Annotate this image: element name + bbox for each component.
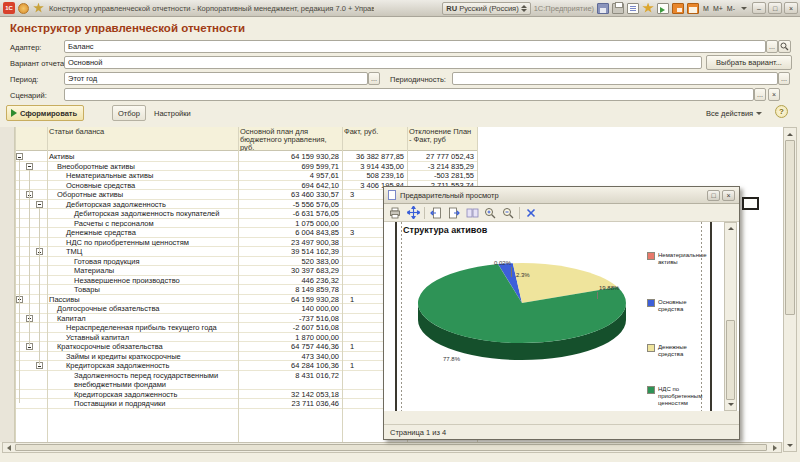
scroll-up-icon[interactable] — [725, 224, 736, 233]
scrollbar-thumb[interactable] — [785, 140, 795, 315]
plan-value: 473 340,00 — [238, 352, 342, 361]
period-input[interactable]: Этот год — [64, 72, 368, 85]
legend-color-swatch — [647, 252, 655, 260]
restore-button[interactable]: □ — [768, 2, 782, 14]
periodicity-input[interactable] — [452, 72, 778, 85]
favorites-star-icon[interactable] — [33, 3, 44, 14]
all-actions-button[interactable]: Все действия — [706, 109, 762, 118]
settings-button[interactable]: Настройки — [154, 109, 191, 118]
scrollbar-thumb[interactable] — [726, 320, 735, 400]
tree-connector-line — [39, 208, 40, 366]
zoom-out-icon[interactable] — [501, 206, 515, 220]
column-header[interactable]: Факт, руб. — [342, 127, 406, 151]
language-code: RU — [446, 4, 457, 13]
window-buttons: –□× — [752, 2, 798, 14]
chevron-down-icon[interactable] — [741, 7, 747, 10]
column-header[interactable]: Статьи баланса — [47, 127, 237, 151]
zoom-in-icon[interactable] — [483, 206, 497, 220]
plan-value: -2 607 516,08 — [238, 323, 342, 332]
collapse-toggle-icon[interactable] — [36, 201, 43, 208]
scenario-clear-icon[interactable]: × — [768, 88, 780, 101]
row-label: Незавершенное производство — [47, 276, 238, 285]
minimize-button[interactable]: – — [752, 2, 766, 14]
row-label: Активы — [47, 152, 238, 161]
row-label: Оборотные активы — [47, 190, 238, 199]
row-label: Товары — [47, 285, 238, 294]
period-select-button[interactable]: ... — [368, 72, 380, 85]
language-name: Русский (Россия) — [459, 4, 519, 13]
maximize-button[interactable]: □ — [707, 190, 720, 201]
plan-value: 1 075 000,00 — [238, 219, 342, 228]
plan-value: 30 397 683,29 — [238, 266, 342, 275]
row-label: Внеоборотные активы — [47, 162, 238, 171]
adapter-input[interactable]: Баланс — [64, 40, 766, 53]
main-vertical-scrollbar[interactable] — [783, 127, 797, 452]
generate-button[interactable]: Сформировать — [6, 105, 84, 121]
memory-button[interactable]: M+ — [712, 5, 724, 12]
close-preview-icon[interactable] — [524, 206, 538, 220]
plan-value: 6 004 843,85 — [238, 228, 342, 237]
next-page-icon[interactable] — [447, 206, 461, 220]
row-label: Кредиторская задолженность — [47, 361, 238, 370]
column-header[interactable]: Отклонение План - Факт, руб — [407, 127, 476, 151]
variant-input[interactable]: Основной — [64, 56, 702, 69]
language-spinner-icon[interactable] — [521, 5, 527, 12]
language-indicator[interactable]: RU Русский (Россия) — [442, 2, 530, 15]
history-icon[interactable] — [657, 3, 669, 14]
collapse-toggle-icon[interactable] — [26, 163, 33, 170]
slice-percent-label: 0.02% — [494, 260, 511, 266]
close-button[interactable]: × — [784, 2, 798, 14]
calendar-icon[interactable] — [687, 3, 699, 14]
periodicity-select-button[interactable]: ... — [778, 72, 790, 85]
row-label: Нематериальные активы — [47, 171, 238, 180]
scroll-up-icon[interactable] — [784, 129, 796, 139]
scrollbar-thumb[interactable] — [15, 444, 767, 451]
scenario-select-button[interactable]: ... — [754, 88, 766, 101]
window-titlebar: 1С Конструктор управленческой отчетности… — [0, 0, 800, 17]
print-icon[interactable] — [612, 3, 624, 14]
preview-scrollbar[interactable] — [724, 222, 737, 411]
scenario-input[interactable] — [64, 88, 754, 101]
row-label: Капитал — [47, 314, 238, 323]
row-label: Уставный капитал — [47, 333, 238, 342]
plan-value: 8 431 016,72 — [238, 371, 342, 389]
adapter-search-icon[interactable] — [778, 40, 791, 53]
plan-value: 23 711 036,46 — [238, 399, 342, 408]
print-preview-icon[interactable] — [627, 3, 639, 14]
scroll-down-icon[interactable] — [784, 440, 796, 450]
plan-value: -5 556 576,05 — [238, 200, 342, 209]
play-icon — [11, 109, 17, 117]
plan-value: 23 497 900,38 — [238, 238, 342, 247]
legend-color-swatch — [647, 386, 655, 394]
close-button[interactable]: × — [722, 190, 735, 201]
add-favorite-icon[interactable] — [642, 3, 654, 14]
main-horizontal-scrollbar[interactable] — [2, 442, 782, 453]
help-button[interactable]: ? — [775, 105, 788, 118]
scroll-down-icon[interactable] — [725, 400, 736, 409]
save-icon[interactable] — [597, 3, 609, 14]
pan-icon[interactable] — [406, 206, 420, 220]
filter-button[interactable]: Отбор — [112, 105, 146, 121]
scroll-left-icon[interactable] — [4, 443, 14, 452]
preview-titlebar[interactable]: Предварительный просмотр □× — [384, 187, 739, 204]
scroll-right-icon[interactable] — [770, 443, 780, 452]
periodicity-label: Периодичность: — [390, 75, 446, 84]
deviation-value: -503 281,55 — [407, 171, 477, 180]
preview-title: Предварительный просмотр — [400, 191, 499, 200]
previous-page-icon[interactable] — [429, 206, 443, 220]
legend-item: Основные средства — [647, 299, 710, 313]
plan-value: 4 957,61 — [238, 171, 342, 180]
print-icon[interactable] — [388, 206, 402, 220]
memory-button[interactable]: M — [702, 5, 710, 12]
plan-value: 8 149 859,78 — [238, 285, 342, 294]
two-page-view-icon[interactable] — [465, 206, 479, 220]
calculator-icon[interactable] — [672, 3, 684, 14]
select-variant-button[interactable]: Выбрать вариант... — [706, 55, 792, 70]
column-header[interactable]: Основной план для бюджетного управления,… — [238, 127, 341, 151]
adapter-select-button[interactable]: ... — [766, 40, 778, 53]
collapse-toggle-icon[interactable] — [16, 153, 23, 160]
main-menu-icon[interactable] — [18, 3, 29, 14]
page-indicator: Страница 1 из 4 — [390, 428, 446, 437]
memory-button[interactable]: M- — [726, 5, 736, 12]
row-label: Задолженность перед государственными вне… — [47, 371, 238, 389]
